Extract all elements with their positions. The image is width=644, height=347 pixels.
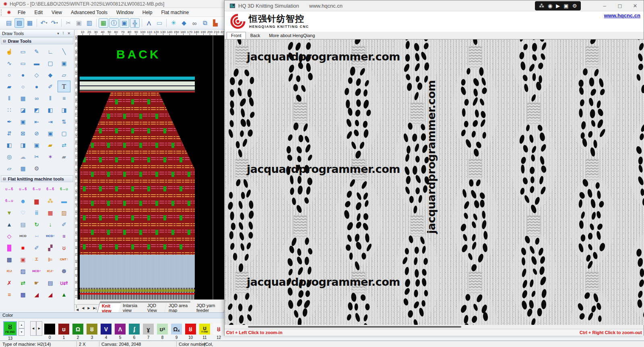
fill-bucket-4-tool[interactable]: ◨ [58,104,70,116]
dashes-tool[interactable]: ≡ [3,289,16,300]
filled-diamond-tool[interactable]: ◆ [44,69,57,81]
simulation-h-scrollbar[interactable] [225,325,644,329]
flatten-tool[interactable]: ▬ [58,195,70,207]
hcd-up-tool[interactable]: HCD↑ [44,230,57,242]
transfer-back-tool[interactable]: ϐ→ʊ [3,195,16,207]
text-tool[interactable]: T [58,81,70,92]
ramp-right-tool[interactable]: ◢ [30,289,43,300]
grid-toggle-button[interactable]: ▦ [99,18,108,28]
pen-tool[interactable]: ✒ [3,116,16,127]
delete-row-tool[interactable]: ⊠ [17,127,29,139]
info-button[interactable]: Ⓘ [109,18,119,28]
loop-red-tool[interactable]: ʊ [58,242,70,253]
tab-intarsia-view[interactable]: Intarsia view [118,303,147,313]
ruler-tool[interactable]: ▱ [3,162,16,174]
fill-bucket-3-tool[interactable]: ◧ [44,104,57,116]
crop-tool[interactable]: ✂ [30,151,43,162]
lines-tool[interactable]: ≡ [58,92,70,104]
pattern-grid-tool[interactable]: ▦ [17,162,29,174]
simulation-h-scrollbar-thumb[interactable] [248,326,461,328]
filled-polygon-tool[interactable]: ● [30,81,43,92]
link-tool[interactable]: ∞ [30,92,43,104]
pair-columns-tool[interactable]: ‖ [44,92,57,104]
pen-blue-tool[interactable]: ✐ [58,218,70,230]
icj-tool[interactable]: ICJ [3,265,16,277]
lace-ball-tool[interactable]: ☸ [58,265,70,277]
dock-close-icon[interactable]: ✕ [66,31,72,35]
menu-item-edit[interactable]: Edit [30,8,47,17]
columns-tool[interactable]: ⫴ [3,92,16,104]
rounded-rect-tool[interactable]: ▢ [44,57,57,69]
pyramid-tool[interactable]: ▲ [3,218,16,230]
bracket-left-tool[interactable]: ◧ [3,139,16,151]
marquee-button[interactable]: ▭ [155,18,164,28]
ibar-tool[interactable]: ⊫ [44,253,57,265]
color-swatch-10[interactable]: ȣ [185,324,196,335]
pen-tool-button[interactable]: Λ [144,18,154,28]
stripes-tool[interactable]: ||| [58,230,70,242]
polyline-tool[interactable]: ∟ [44,46,57,57]
color-swatch-0[interactable] [44,324,55,335]
close-button[interactable]: ✕ [627,0,643,11]
eraser-wedge-tool[interactable]: ▰ [44,139,57,151]
settings-tool[interactable]: ⚙ [30,162,43,174]
select-tool[interactable]: ☝ [3,46,16,57]
fill-bucket-tool[interactable]: ◪ [17,104,29,116]
marquee-tool[interactable]: ▭ [17,46,29,57]
capture-more-icon[interactable]: ⁂ [539,3,544,8]
pages-button[interactable]: ⧉ [200,18,210,28]
shield-button[interactable]: ◆ [179,18,189,28]
ellipse-tool[interactable]: ○ [3,69,16,81]
settings-gear-icon[interactable]: ⚙ [572,3,577,8]
layers-tool[interactable]: ▆ [30,195,43,207]
grid-move-tool[interactable]: ▤ [44,277,57,289]
bracket-right-tool[interactable]: ◨ [17,139,29,151]
tab-nav-last-icon[interactable]: ▶| [92,306,98,310]
selected-color-swatch[interactable]: ȣFB 2ND [3,321,17,336]
palette-right-icon[interactable]: ▶ [36,321,42,336]
zoom-tool[interactable]: ◎ [3,151,16,162]
center-button[interactable]: ╬ [130,18,140,28]
maximize-button[interactable]: ◻ [612,0,627,11]
redo-button[interactable]: ↷▾ [50,18,59,28]
fill-bucket-2-tool[interactable]: ◩ [30,104,43,116]
eraser-tool[interactable]: ▰ [58,151,70,162]
filled-rounded-rect-tool[interactable]: ▣ [58,57,70,69]
camera-icon[interactable]: ◉ [548,3,552,8]
palette-left-icon[interactable]: ◀ [30,321,36,336]
dropdown-arrow-icon[interactable]: ▾ [56,21,58,25]
menu-item-help[interactable]: Help [138,8,157,17]
pen-j-tool[interactable]: ✐ [30,242,43,253]
hcd-up-2-tool[interactable]: HCD↑ [30,265,43,277]
polygon-tool[interactable]: ○ [17,81,29,92]
tab-back[interactable]: Back [246,32,264,39]
overlap-tool[interactable]: ▣ [17,253,29,265]
swap-blocks-tool[interactable]: ⇄ [17,277,29,289]
filled-ellipse-tool[interactable]: ● [17,69,29,81]
parallelogram-tool[interactable]: ▱ [58,69,70,81]
frame-2-tool[interactable]: ▢ [58,127,70,139]
tab-jqd-view[interactable]: JQD View [143,303,167,313]
halo-block-tool[interactable]: ▩ [17,289,29,300]
align-right-tool[interactable]: ⇥ [44,116,57,127]
frame-tool[interactable]: ▣ [44,127,57,139]
tab-jqd-yarn-feeder[interactable]: JQD yarn feeder [192,303,226,313]
color-swatch-1[interactable]: ʊ [58,324,69,335]
download-tool[interactable]: ↓ [44,218,57,230]
brush-tool[interactable]: ✐ [44,81,57,92]
line-tool[interactable]: ╲ [58,46,70,57]
diamond-outline-tool[interactable]: ◇ [3,230,16,242]
color-swatch-9[interactable]: Ωₓ [171,324,182,335]
filled-parallelogram-tool[interactable]: ▰ [3,81,16,92]
needles-tool[interactable]: ⅲ [30,207,43,218]
comb-tool[interactable]: ☻ [17,195,29,207]
tab-jqd-area-map[interactable]: JQD area map [164,303,195,313]
curve-tool[interactable]: ∿ [3,57,16,69]
transfer-f2b-tool[interactable]: ʊ→ϐ [3,183,16,195]
cnt-up-tool[interactable]: CNT↑ [58,253,70,265]
video-icon[interactable]: ▶ [556,3,560,8]
minimize-button[interactable]: – [597,0,612,11]
menu-item-view[interactable]: View [47,8,66,17]
cloud-tool[interactable]: ☁ [17,151,29,162]
pencil-tool[interactable]: ✎ [30,46,43,57]
